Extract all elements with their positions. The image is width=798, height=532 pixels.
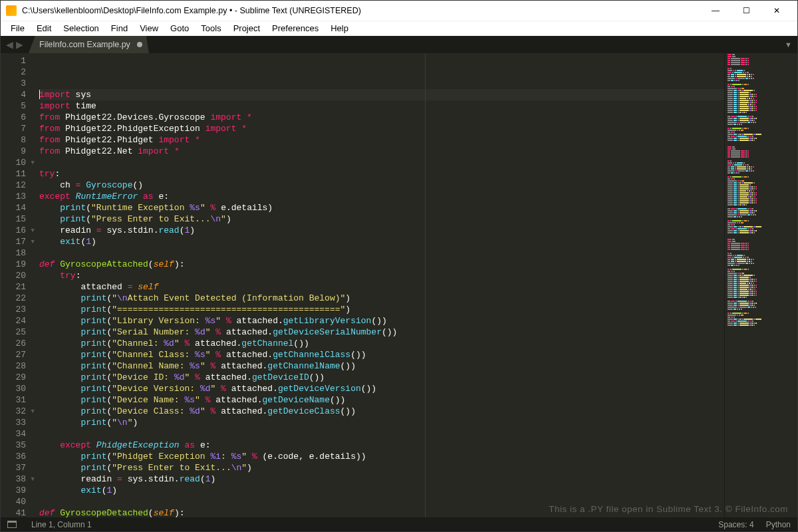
tab-label: FileInfo.com Example.py: [39, 40, 130, 49]
menu-file[interactable]: File: [5, 21, 31, 35]
status-spaces[interactable]: Spaces: 4: [718, 520, 753, 529]
menu-tools[interactable]: Tools: [195, 21, 227, 35]
menu-view[interactable]: View: [134, 21, 164, 35]
tabbar: ◀ ▶ FileInfo.com Example.py ▼: [1, 36, 797, 53]
app-icon: [6, 5, 17, 16]
menubar: FileEditSelectionFindViewGotoToolsProjec…: [1, 21, 797, 36]
menu-find[interactable]: Find: [105, 21, 134, 35]
menu-edit[interactable]: Edit: [31, 21, 57, 35]
minimap[interactable]: [724, 53, 797, 517]
app-window: C:\Users\kellenbloom\Desktop\FileInfo.co…: [0, 0, 798, 532]
tab-overflow-icon[interactable]: ▼: [785, 36, 792, 53]
window-controls: — ☐ ✕: [700, 1, 792, 21]
menu-help[interactable]: Help: [325, 21, 354, 35]
maximize-button[interactable]: ☐: [731, 1, 761, 21]
panel-switcher-icon[interactable]: [7, 521, 17, 528]
status-syntax[interactable]: Python: [766, 520, 791, 529]
editor: 1234567891011121314151617181920212223242…: [1, 53, 797, 517]
menu-selection[interactable]: Selection: [57, 21, 104, 35]
nav-forward-icon[interactable]: ▶: [16, 39, 23, 50]
line-number-gutter[interactable]: 1234567891011121314151617181920212223242…: [1, 53, 35, 517]
dirty-indicator-icon: [137, 42, 142, 47]
statusbar: Line 1, Column 1 Spaces: 4 Python: [1, 517, 797, 531]
nav-back-icon[interactable]: ◀: [6, 39, 13, 50]
titlebar: C:\Users\kellenbloom\Desktop\FileInfo.co…: [1, 1, 797, 21]
menu-goto[interactable]: Goto: [164, 21, 195, 35]
menu-project[interactable]: Project: [227, 21, 266, 35]
tab-history-nav: ◀ ▶: [1, 36, 29, 53]
code-area[interactable]: import sysimport timefrom Phidget22.Devi…: [35, 53, 724, 517]
close-button[interactable]: ✕: [761, 1, 792, 21]
ruler-guide: [425, 53, 426, 517]
file-tab[interactable]: FileInfo.com Example.py: [29, 36, 149, 53]
minimize-button[interactable]: —: [700, 1, 731, 21]
window-title: C:\Users\kellenbloom\Desktop\FileInfo.co…: [22, 6, 700, 15]
status-position[interactable]: Line 1, Column 1: [31, 520, 92, 529]
menu-preferences[interactable]: Preferences: [266, 21, 325, 35]
